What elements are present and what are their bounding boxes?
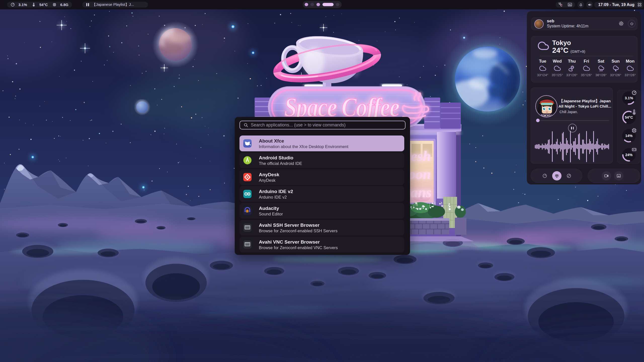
svg-text:54°C: 54°C [625, 115, 633, 119]
svg-text:24%: 24% [625, 153, 632, 157]
svg-text:14%: 14% [625, 134, 632, 138]
svg-text:TOKYO L: TOKYO L [541, 114, 553, 117]
svg-text:3.1%: 3.1% [625, 96, 633, 100]
